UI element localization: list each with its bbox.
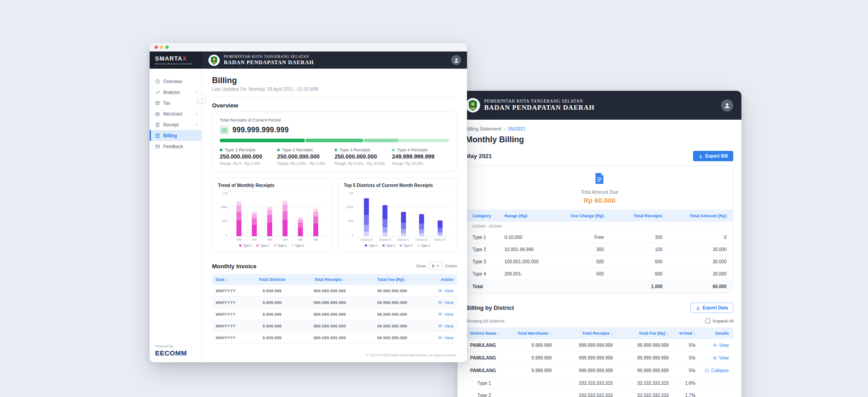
view-button[interactable]: View (438, 335, 453, 340)
billing-summary-table: Category Range (Rp) Fee Charge (Rp) Tota… (466, 210, 733, 293)
receipts-cell: 600 (610, 256, 669, 268)
expand-all-checkbox[interactable] (705, 318, 710, 323)
sidebar-item-billing[interactable]: Billing (150, 130, 202, 141)
fee-cell: 33.333.333.333 (617, 389, 673, 397)
org-line2: BADAN PENDAPATAN DAERAH (224, 59, 314, 66)
sidebar-item-tax[interactable]: Tax › (150, 98, 202, 108)
billing-by-district-table: District Name ↓ Total Merchants ↓ Total … (466, 327, 733, 397)
table-row: Type 4 200.001- 500 600 30.000 (466, 268, 733, 280)
collapse-left-icon: ‹ (201, 96, 203, 102)
view-button[interactable]: View (712, 343, 729, 348)
showing-districts-label: Showing 53 Districts (466, 318, 505, 323)
close-window-button[interactable] (155, 46, 158, 49)
monthly-billing-window: PEMERINTAH KOTA TANGERANG SELATAN BADAN … (458, 91, 741, 397)
column-header-total-receipts[interactable]: Total Receipts ↓ (556, 327, 617, 339)
fee-charge-cell: 300 (559, 243, 610, 256)
zoom-window-button[interactable] (165, 46, 169, 49)
receipts-progress (220, 139, 449, 142)
view-button[interactable]: View (712, 355, 729, 360)
district-name-cell: PAMULANG (466, 364, 511, 377)
column-header-total-fee[interactable]: Total Fee (Rp) ↓ (617, 327, 673, 339)
sidebar-item-feedback[interactable]: Feedback (150, 141, 202, 152)
column-header-date[interactable]: Date ↓ (212, 274, 246, 285)
export-bill-button[interactable]: Export Bill (693, 151, 733, 161)
app-header: SMARTAX Monetary Business Solutions PEME… (150, 51, 467, 69)
briefcase-icon (155, 112, 160, 117)
eye-icon (438, 312, 443, 316)
powered-by: Powered By EECOMM (155, 344, 187, 357)
breadcrumb-root[interactable]: Billing Statement (466, 126, 501, 131)
sidebar-item-receipt[interactable]: Receipt › (150, 119, 202, 130)
chart-legend: Type 1Type 2Type 3Type 4 (344, 244, 452, 247)
view-button[interactable]: View (438, 323, 453, 328)
type4-dot-icon (392, 149, 395, 151)
minimize-window-button[interactable] (160, 46, 163, 49)
receipts-cell: 333.333.333.333 (556, 389, 617, 397)
receipts-cell: 999.999.999.999 (298, 320, 362, 332)
main-content: Billing Statement › 05/2021 Monthly Bill… (458, 120, 741, 397)
sidebar-item-label: Billing (163, 133, 177, 138)
sidebar-collapse-button[interactable]: ‹ (198, 95, 206, 103)
top-districts-chart-card: Top 5 Districts of Current Month Receipt… (338, 178, 458, 252)
view-button[interactable]: View (438, 312, 453, 317)
eye-icon (438, 300, 443, 304)
download-icon (698, 154, 703, 159)
amount-due-card: Total Amount Due Rp 60.000 Category Rang… (466, 166, 733, 294)
entries-select[interactable]: 5 ▾ (429, 262, 443, 270)
category-cell: Type 4 (466, 268, 498, 280)
district-sub-row: Type 2 333.333.333.333 33.333.333.333 1.… (466, 389, 733, 397)
column-header-total-merchants[interactable]: Total Merchants ↓ (511, 327, 556, 339)
download-icon (696, 306, 700, 310)
chevron-right-icon: › (196, 112, 198, 117)
district-sub-row: Type 1 333.333.333.333 33.333.333.333 1.… (466, 377, 733, 389)
page-title: Monthly Billing (466, 135, 733, 145)
districts-cell: 9.999.999 (246, 320, 298, 332)
receipts-cell: 300 (610, 231, 669, 243)
type-range: Range: Rp 2.001 - Rp 5.000 (277, 161, 335, 166)
user-avatar[interactable] (721, 99, 733, 112)
column-header-total-fee[interactable]: Total Fee (Rp) ↓ (362, 274, 423, 285)
type-range: Range: Rp 10.001- (392, 161, 449, 166)
receipts-cell: 999.999.999.999 (556, 339, 617, 352)
breadcrumb-current[interactable]: 05/2021 (508, 126, 525, 131)
document-icon (594, 173, 605, 184)
x-axis-labels: MMMMMMMMMMMM (230, 238, 326, 241)
table-row: Type 1 0-10.000 Free 300 0 (466, 231, 733, 243)
archive-icon (155, 101, 160, 106)
chart-title: Trend of Monthly Receipts (218, 183, 326, 188)
type-amount: 250.000.000.000 (277, 154, 335, 160)
column-header-range: Range (Rp) (498, 210, 560, 222)
org-line2: BADAN PENDAPATAN DAERAH (484, 104, 594, 112)
column-header-pct-total[interactable]: %Total ↓ (673, 327, 700, 339)
smartax-logo[interactable]: SMARTAX Monetary Business Solutions (150, 51, 202, 69)
fee-cell: 99.999.999.999 (362, 332, 423, 344)
org-line1: PEMERINTAH KOTA TANGERANG SELATAN (224, 55, 314, 59)
show-label: Show (416, 264, 425, 268)
view-button[interactable]: View (438, 300, 453, 305)
table-row: MM/YYYY 9.999.999 999.999.999.999 99.999… (212, 320, 457, 332)
column-header-total-districts[interactable]: Total Districts (246, 274, 298, 285)
pct-cell: 5% (673, 352, 700, 364)
sidebar-item-analysis[interactable]: Analysis › (150, 87, 202, 98)
billing-by-district-heading: Billing by District (466, 304, 514, 311)
export-data-button[interactable]: Export Data (690, 303, 733, 313)
type3-dot-icon (335, 149, 337, 151)
total-amount-due-value: Rp 60.000 (466, 196, 733, 204)
column-header-category: Category (466, 210, 498, 222)
brand-name: SMARTAX (155, 56, 202, 61)
user-avatar[interactable] (451, 55, 461, 65)
collapse-button[interactable]: Collapse (704, 368, 729, 373)
main-content: Billing Last Updated On: Monday, 28 Apri… (202, 69, 467, 362)
eye-icon (712, 343, 717, 347)
column-header-total-receipts[interactable]: Total Receipts ↓ (298, 274, 362, 285)
view-button[interactable]: View (438, 288, 453, 293)
city-emblem-icon (466, 98, 480, 112)
sidebar-item-merchant[interactable]: Merchant › (150, 108, 202, 119)
districts-cell: 9.999.999 (246, 297, 298, 308)
chevron-right-icon: › (196, 101, 198, 106)
sidebar-item-label: Tax (163, 101, 170, 106)
copyright: © 2020 PT EECOMM DATA INDONESIA. All rig… (366, 353, 457, 357)
sidebar-item-overview[interactable]: Overview (150, 76, 202, 87)
column-header-district-name[interactable]: District Name ↓ (466, 327, 511, 339)
table-row: MM/YYYY 9.999.999 999.999.999.999 99.999… (212, 285, 457, 297)
